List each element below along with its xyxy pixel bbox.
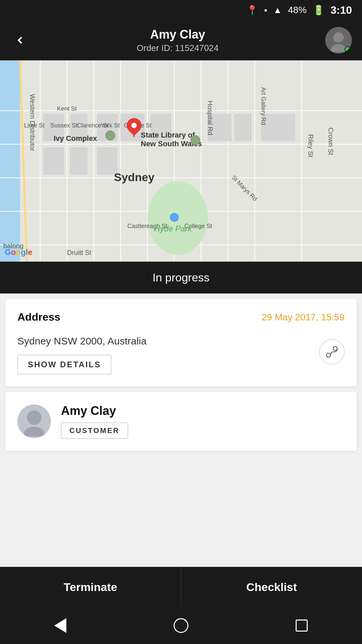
- nav-back-button[interactable]: [49, 614, 72, 637]
- nav-bar: [0, 607, 362, 644]
- svg-text:York St: York St: [101, 122, 120, 129]
- user-name: Amy Clay: [30, 28, 325, 42]
- svg-rect-23: [70, 148, 87, 174]
- svg-text:State Library of: State Library of: [141, 131, 195, 139]
- back-triangle-icon: [54, 618, 66, 633]
- map-location-pin: [127, 118, 141, 137]
- map[interactable]: Western Distributor Sussex St Clarence S…: [0, 60, 362, 262]
- svg-text:Druitt St: Druitt St: [67, 249, 92, 256]
- svg-text:Hospital Rd: Hospital Rd: [206, 101, 214, 135]
- svg-point-56: [27, 411, 41, 425]
- svg-point-54: [326, 353, 330, 357]
- svg-point-57: [24, 427, 44, 436]
- customer-info: Amy Clay CUSTOMER: [61, 404, 128, 439]
- svg-rect-22: [44, 148, 64, 174]
- svg-point-1: [331, 44, 346, 52]
- location-icon: 📍: [246, 5, 258, 16]
- address-card: Address 29 May 2017, 15:59 Sydney NSW 20…: [5, 299, 357, 386]
- svg-rect-24: [97, 148, 117, 174]
- checklist-button[interactable]: Checklist: [181, 567, 362, 607]
- svg-rect-28: [235, 114, 251, 141]
- address-content-row: Sydney NSW 2000, Australia SHOW DETAILS: [17, 329, 345, 374]
- svg-text:Crown St: Crown St: [327, 127, 335, 155]
- status-label: In progress: [153, 271, 209, 284]
- svg-point-0: [334, 32, 344, 43]
- svg-point-53: [170, 213, 178, 221]
- header-title: Amy Clay Order ID: 115247024: [30, 28, 325, 53]
- address-header-row: Address 29 May 2017, 15:59: [17, 311, 345, 323]
- recent-square-icon: [296, 620, 308, 632]
- customer-badge: CUSTOMER: [61, 423, 128, 439]
- terminate-button[interactable]: Terminate: [0, 567, 181, 607]
- address-date: 29 May 2017, 15:59: [261, 312, 345, 323]
- address-text: Sydney NSW 2000, Australia: [17, 335, 146, 347]
- google-logo: Google: [5, 248, 33, 257]
- svg-text:Kent St: Kent St: [57, 105, 77, 112]
- customer-name: Amy Clay: [61, 404, 128, 418]
- home-circle-icon: [174, 618, 188, 633]
- header: Amy Clay Order ID: 115247024: [0, 20, 362, 60]
- header-avatar[interactable]: [325, 27, 352, 54]
- bottom-buttons: Terminate Checklist: [0, 567, 362, 607]
- route-icon-button[interactable]: [319, 339, 345, 365]
- show-details-button[interactable]: SHOW DETAILS: [17, 355, 111, 374]
- svg-text:Hyde Park: Hyde Park: [154, 224, 192, 233]
- nav-recent-button[interactable]: [290, 614, 313, 637]
- battery-icon: 🔋: [313, 5, 324, 16]
- address-label: Address: [17, 311, 60, 323]
- nav-home-button[interactable]: [169, 614, 193, 637]
- svg-text:Sussex St: Sussex St: [50, 122, 77, 129]
- status-banner: In progress: [0, 262, 362, 293]
- customer-card: Amy Clay CUSTOMER: [5, 392, 357, 451]
- address-block: Sydney NSW 2000, Australia SHOW DETAILS: [17, 329, 146, 374]
- svg-point-51: [106, 131, 115, 140]
- status-bar: 📍 ▪ ▲ 48% 🔋 3:10: [0, 0, 362, 20]
- time-display: 3:10: [330, 4, 352, 16]
- svg-text:St Marys Rd: St Marys Rd: [230, 174, 258, 202]
- map-svg: Western Distributor Sussex St Clarence S…: [0, 60, 362, 262]
- svg-text:Art Gallery Rd: Art Gallery Rd: [260, 87, 267, 125]
- cards-area: Address 29 May 2017, 15:59 Sydney NSW 20…: [0, 293, 362, 567]
- svg-text:Sydney: Sydney: [114, 171, 155, 183]
- wifi-icon: ▲: [273, 5, 282, 15]
- svg-text:Lime St: Lime St: [24, 122, 45, 129]
- back-button[interactable]: [10, 30, 30, 50]
- svg-text:Riley St: Riley St: [307, 134, 314, 157]
- svg-point-52: [191, 136, 200, 145]
- online-indicator: [345, 46, 351, 52]
- order-id: Order ID: 115247024: [30, 43, 325, 53]
- battery-percent: 48%: [288, 5, 307, 15]
- svg-rect-2: [0, 60, 20, 262]
- svg-text:Ivy Complex: Ivy Complex: [54, 134, 97, 143]
- sim-icon: ▪: [264, 5, 267, 15]
- customer-avatar: [17, 405, 51, 438]
